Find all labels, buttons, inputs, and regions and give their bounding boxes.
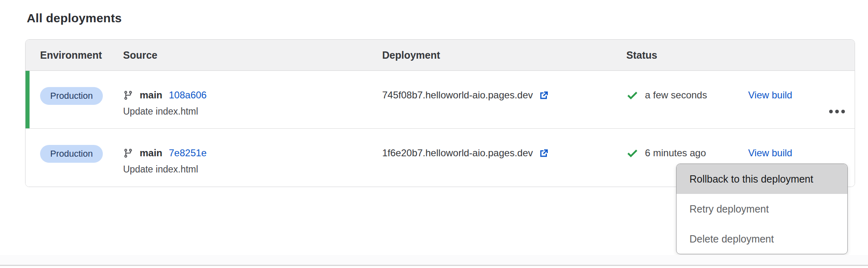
deployment-options-button[interactable] [827, 103, 847, 119]
column-header-source: Source [123, 49, 382, 61]
menu-item-delete[interactable]: Delete deployment [677, 224, 847, 254]
commit-message: Update index.html [123, 162, 382, 177]
external-link-icon[interactable] [538, 148, 549, 159]
external-link-icon[interactable] [538, 90, 549, 101]
deployment-url: 1f6e20b7.helloworld-aio.pages.dev [382, 147, 533, 159]
page-title: All deployments [27, 11, 122, 25]
success-check-icon [626, 147, 638, 159]
branch-name: main [140, 89, 162, 101]
page-bottom-divider [0, 265, 868, 266]
menu-item-rollback[interactable]: Rollback to this deployment [677, 164, 847, 194]
column-header-deployment: Deployment [382, 49, 626, 61]
current-deployment-indicator [26, 71, 30, 128]
menu-item-retry[interactable]: Retry deployment [677, 194, 847, 224]
page-footer-band [0, 255, 868, 265]
deployment-row-current: Production main 108a606 Update index.htm… [26, 71, 855, 129]
deployment-status-time: a few seconds [645, 89, 707, 101]
git-branch-icon [123, 148, 133, 159]
view-build-link[interactable]: View build [748, 89, 792, 101]
commit-link[interactable]: 7e8251e [169, 147, 206, 159]
environment-badge: Production [40, 145, 103, 163]
commit-link[interactable]: 108a606 [169, 89, 206, 101]
view-build-link[interactable]: View build [748, 147, 792, 159]
deployments-page: All deployments Environment Source Deplo… [0, 0, 868, 268]
environment-badge: Production [40, 87, 103, 105]
deployment-context-menu: Rollback to this deployment Retry deploy… [676, 164, 848, 254]
git-branch-icon [123, 90, 133, 101]
column-header-status: Status [626, 49, 748, 61]
table-header-row: Environment Source Deployment Status [26, 40, 855, 71]
branch-name: main [140, 147, 162, 159]
column-header-environment: Environment [26, 49, 123, 61]
deployment-url: 745f08b7.helloworld-aio.pages.dev [382, 89, 533, 101]
deployment-status-time: 6 minutes ago [645, 147, 706, 159]
commit-message: Update index.html [123, 104, 382, 119]
success-check-icon [626, 89, 638, 101]
